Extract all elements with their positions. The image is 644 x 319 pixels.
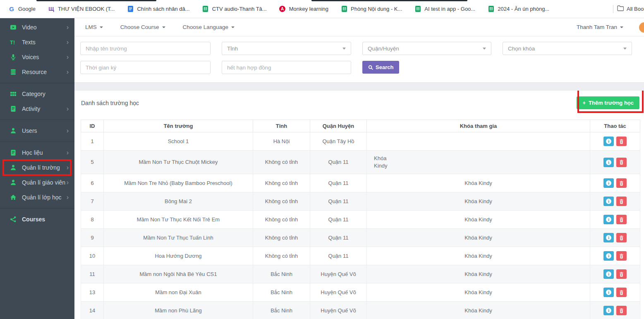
nav-menu-choose-language[interactable]: Choose Language — [183, 24, 235, 30]
chevron-right-icon: › — [67, 164, 69, 171]
bookmark-2024-an-un-phong[interactable]: 2024 - Ăn ún phòng... — [488, 6, 549, 12]
delete-button[interactable] — [616, 251, 627, 261]
sidebar-item-voices[interactable]: Voices › — [0, 50, 74, 65]
sidebar-item-category[interactable]: Category › — [0, 86, 74, 101]
info-button[interactable]: i — [603, 215, 614, 224]
delete-button[interactable] — [616, 197, 627, 206]
sidebar-group-catalog: Category › Activity › — [0, 86, 74, 116]
delete-button[interactable] — [616, 158, 627, 167]
sidebar-item-video[interactable]: Video › — [0, 20, 74, 35]
home-icon — [10, 194, 17, 201]
sign-date-input[interactable] — [80, 61, 211, 74]
trash-icon — [619, 160, 624, 165]
cell-courses: Khóa Kindy — [367, 247, 590, 265]
sidebar-item-resource[interactable]: Resource › — [0, 65, 74, 79]
cell-school-name: Mầm Non Tư Thục Chuột Mickey — [104, 151, 253, 174]
info-button[interactable]: i — [603, 269, 614, 279]
sidebar-item-quan-li-lop-hoc[interactable]: Quản lí lớp học › — [0, 190, 74, 205]
add-school-button[interactable]: + Thêm trường học — [577, 96, 639, 109]
filter-panel: Tỉnh Quận/Huyện Chọn khóa — [74, 36, 644, 82]
delete-button[interactable] — [616, 269, 627, 279]
bookmark-google[interactable]: G Google — [8, 6, 36, 12]
bookmark-ai-test-in-app-goo[interactable]: AI test in app - Goo... — [414, 6, 475, 12]
sidebar-item-activity[interactable]: Activity › — [0, 101, 74, 116]
table-row: 1 School 1 Hà Nội Quận Tây Hồ i — [81, 132, 640, 151]
cell-district: Quận 11 — [310, 229, 367, 247]
cell-actions: i — [590, 283, 640, 302]
cell-province: Không có tỉnh — [253, 247, 310, 265]
cell-actions: i — [590, 151, 640, 174]
cell-district: Quận 11 — [310, 174, 367, 192]
cell-province: Không có tỉnh — [253, 174, 310, 192]
all-bookmarks-button[interactable]: All Bookmarks — [617, 5, 644, 12]
chevron-down-icon — [620, 26, 623, 28]
sidebar-item-hoc-lieu[interactable]: Học liệu › — [0, 145, 74, 160]
nav-menu-choose-course[interactable]: Choose Course — [120, 24, 165, 30]
bookmark-label: 2024 - Ăn ún phòng... — [498, 6, 549, 12]
chevron-right-icon: › — [67, 179, 69, 186]
bookmark-chinh-sach-nhan-da[interactable]: Chính sách nhân dâ... — [127, 6, 189, 12]
add-school-button-label: Thêm trường học — [589, 100, 634, 106]
delete-button[interactable] — [616, 137, 627, 146]
delete-button[interactable] — [616, 178, 627, 188]
contract-expire-input[interactable] — [222, 61, 351, 74]
school-name-input[interactable] — [80, 42, 211, 55]
chevron-down-icon — [162, 26, 165, 28]
course-select[interactable]: Chọn khóa — [503, 42, 632, 55]
nav-menu-lms[interactable]: LMS — [85, 24, 103, 30]
delete-button[interactable] — [616, 288, 627, 297]
cell-id: 10 — [81, 247, 104, 265]
bookmark-monkey-learning[interactable]: A Monkey learning — [279, 6, 328, 12]
cell-province: Bắc Ninh — [253, 265, 310, 283]
table-row: 13 Mầm non Đại Xuân Bắc Ninh Huyện Quế V… — [81, 283, 640, 302]
all-bookmarks-group: All Bookmarks — [613, 0, 644, 18]
info-button[interactable]: i — [603, 251, 614, 261]
info-button[interactable]: i — [603, 178, 614, 188]
delete-button[interactable] — [616, 233, 627, 242]
delete-button[interactable] — [616, 306, 627, 315]
video-icon — [10, 24, 17, 31]
delete-button[interactable] — [616, 215, 627, 224]
bookmark-thu-vien-ebook-t[interactable]: Щ THƯ VIỆN EBOOK (T... — [48, 6, 115, 12]
sidebar-item-quan-li-giao-vien[interactable]: Quản lí giáo viên › — [0, 175, 74, 190]
user-menu[interactable]: Thanh Tam Tran — [577, 24, 623, 30]
user-icon — [10, 179, 17, 186]
sidebar-divider — [0, 83, 74, 83]
nav-menu-label: Choose Course — [120, 24, 159, 30]
info-button[interactable]: i — [603, 158, 614, 167]
info-button[interactable]: i — [603, 233, 614, 242]
table-header-cell: Khóa tham gia — [367, 120, 590, 132]
sidebar-item-users[interactable]: Users › — [0, 123, 74, 138]
cell-school-name: Mầm non Đại Xuân — [104, 283, 253, 302]
cell-province: Không có tỉnh — [253, 151, 310, 174]
docs-icon — [127, 6, 134, 12]
sidebar-item-texts[interactable]: T! Texts › — [0, 35, 74, 50]
info-button[interactable]: i — [603, 137, 614, 146]
district-select[interactable]: Quận/Huyện — [362, 42, 491, 55]
sidebar-item-courses[interactable]: Courses › — [0, 212, 74, 227]
chevron-right-icon: › — [67, 127, 69, 134]
cell-id: 8 — [81, 211, 104, 229]
chevron-right-icon: › — [67, 106, 69, 112]
province-select[interactable]: Tỉnh — [222, 42, 351, 55]
info-button[interactable]: i — [603, 306, 614, 315]
chevron-right-icon: › — [67, 54, 69, 60]
search-button[interactable]: Search — [362, 61, 399, 74]
info-icon: i — [606, 160, 611, 165]
chevron-right-icon: › — [67, 69, 69, 75]
info-button[interactable]: i — [603, 288, 614, 297]
bookmark-ctv-audio-thanh-ta[interactable]: CTV audio-Thanh Tâ... — [202, 6, 267, 12]
chevron-down-icon — [100, 26, 103, 28]
sidebar-item-label: Category — [22, 91, 67, 97]
info-button[interactable]: i — [603, 197, 614, 206]
user-avatar[interactable] — [639, 22, 644, 33]
sidebar-item-quan-li-truong[interactable]: Quản lí trường › — [0, 160, 74, 175]
bookmark-phong-noi-dung-k[interactable]: Phòng Nội dung - K... — [341, 6, 402, 12]
info-icon: i — [606, 180, 611, 186]
cell-courses — [367, 132, 590, 151]
cell-actions: i — [590, 265, 640, 283]
navbar-menus: LMS Choose Course Choose Language — [85, 24, 235, 30]
cell-province: Bắc Ninh — [253, 302, 310, 319]
google-icon: G — [8, 6, 15, 12]
plus-icon: + — [582, 100, 586, 106]
